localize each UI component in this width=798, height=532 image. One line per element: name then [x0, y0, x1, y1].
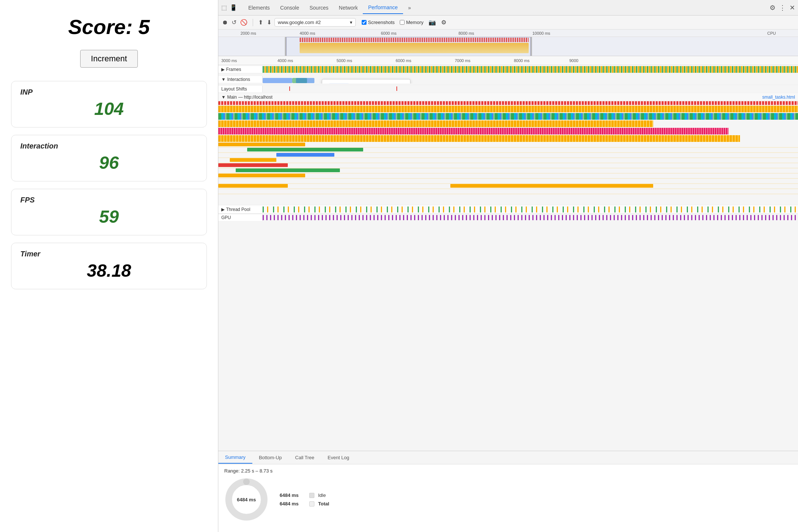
- donut-label: 6484 ms: [237, 497, 256, 502]
- tick-4000: 4000 ms: [277, 58, 293, 63]
- thread-pool-expand-icon[interactable]: ▶: [221, 207, 225, 212]
- screenshots-label: Screenshots: [368, 20, 395, 25]
- interaction-bar-3[interactable]: [296, 78, 314, 83]
- tab-call-tree[interactable]: Call Tree: [289, 452, 321, 463]
- tab-elements[interactable]: Elements: [243, 2, 275, 14]
- sparse-task-5: [218, 163, 288, 167]
- close-icon[interactable]: ✕: [790, 4, 795, 12]
- sparse-task-6: [236, 168, 340, 172]
- range-label: Range: 2.25 s – 8.73 s: [224, 468, 792, 474]
- bottom-panel: Summary Bottom-Up Call Tree Event Log Ra…: [218, 451, 798, 532]
- bottom-content: Range: 2.25 s – 8.73 s 6484 ms 6484 ms I…: [218, 464, 798, 532]
- tick-8000: 8000 ms: [514, 58, 529, 63]
- layout-shift-2: [396, 86, 397, 91]
- url-bar: www.google.com #2 ▾: [274, 18, 356, 27]
- summary-area: 6484 ms 6484 ms Idle 6484 ms Total: [224, 477, 792, 522]
- settings-icon[interactable]: ⚙: [770, 4, 775, 12]
- tab-event-log[interactable]: Event Log: [321, 452, 356, 463]
- tab-bottom-up[interactable]: Bottom-Up: [252, 452, 289, 463]
- idle-ms: 6484 ms: [280, 492, 306, 498]
- device-icon[interactable]: 📱: [230, 4, 237, 11]
- interactions-track-row: ▼ Interactions 68.10 ms Pointer: [218, 74, 798, 85]
- timer-label: Timer: [20, 250, 198, 258]
- legend-total: 6484 ms Total: [280, 501, 329, 507]
- memory-check[interactable]: [400, 20, 405, 25]
- interaction-tooltip: 68.10 ms Pointer Input delay 66ms Proces…: [322, 79, 410, 83]
- ruler-8000: 8000 ms: [458, 31, 474, 35]
- settings-gear-icon[interactable]: ⚙: [441, 19, 446, 26]
- download-icon[interactable]: ⬇: [267, 19, 272, 26]
- upload-icon[interactable]: ⬆: [258, 19, 263, 26]
- timer-value: 38.18: [20, 260, 198, 281]
- sparse-task-7: [218, 174, 305, 177]
- gpu-track: GPU: [218, 214, 798, 221]
- thread-pool-content: [263, 207, 798, 212]
- tick-7000: 7000 ms: [455, 58, 470, 63]
- separator: [253, 19, 253, 26]
- tab-sources[interactable]: Sources: [304, 2, 334, 14]
- toolbar-actions: ⚙ ⋮ ✕: [770, 4, 795, 12]
- donut-chart: 6484 ms: [224, 477, 269, 522]
- tooltip-title: 68.10 ms Pointer: [327, 83, 405, 83]
- interaction-bar-1[interactable]: [263, 78, 292, 83]
- frames-track-row: ▶ Frames: [218, 65, 798, 74]
- timeline-overview[interactable]: 2000 ms 4000 ms 6000 ms 8000 ms 10000 ms…: [218, 30, 798, 56]
- tab-summary[interactable]: Summary: [218, 451, 252, 464]
- inspect-icon[interactable]: ⬚: [221, 4, 227, 11]
- score-value: 5: [138, 15, 150, 38]
- tasks-row-1: [218, 106, 798, 112]
- sparse-task-1: [218, 143, 305, 146]
- main-url: — http://localhost: [238, 95, 273, 100]
- fps-value: 59: [20, 207, 198, 227]
- main-ruler: 3000 ms 4000 ms 5000 ms 6000 ms 7000 ms …: [218, 56, 798, 65]
- toolbar-checkboxes: Screenshots Memory 📷 ⚙: [362, 19, 446, 26]
- main-label: Main: [227, 95, 237, 100]
- sparse-task-4: [230, 158, 276, 162]
- idle-label: Idle: [318, 492, 326, 498]
- tab-console[interactable]: Console: [275, 2, 304, 14]
- devtools-toolbar: ⬚ 📱 Elements Console Sources Network Per…: [218, 0, 798, 16]
- tasks-row-2: [218, 113, 798, 120]
- timeline-tracks: ▶ Frames ▼ Interactions: [218, 65, 798, 451]
- selection-right-handle[interactable]: [531, 37, 532, 56]
- fps-card: FPS 59: [11, 189, 207, 235]
- ruler-10000: 10000 ms: [532, 31, 550, 35]
- capture-settings-icon[interactable]: 📷: [429, 19, 436, 26]
- interactions-expand-icon[interactable]: ▼: [221, 77, 226, 82]
- layout-shifts-label: Layout Shifts: [218, 86, 263, 92]
- url-text: www.google.com #2: [278, 20, 321, 25]
- memory-label: Memory: [406, 20, 423, 25]
- frames-expand-icon[interactable]: ▶: [221, 67, 225, 72]
- screenshots-checkbox[interactable]: Screenshots: [362, 20, 395, 25]
- interactions-content[interactable]: 68.10 ms Pointer Input delay 66ms Proces…: [263, 75, 798, 83]
- cpu-label: CPU: [767, 31, 776, 35]
- sparse-task-9: [450, 184, 653, 188]
- idle-swatch: [309, 493, 314, 498]
- refresh-record-icon[interactable]: ↺: [232, 19, 236, 26]
- tasks-bottom-rows: [218, 143, 798, 198]
- memory-checkbox[interactable]: Memory: [400, 20, 423, 25]
- more-icon[interactable]: ⋮: [779, 4, 786, 12]
- record-icon[interactable]: ⏺: [222, 19, 228, 26]
- tab-performance[interactable]: Performance: [363, 1, 403, 14]
- increment-button[interactable]: Increment: [80, 50, 138, 68]
- ruler-4000: 4000 ms: [300, 31, 315, 35]
- tab-network[interactable]: Network: [334, 2, 363, 14]
- main-thread-tasks[interactable]: [218, 101, 798, 205]
- interaction-value: 96: [20, 153, 198, 173]
- clear-icon[interactable]: 🚫: [240, 19, 248, 26]
- gpu-content: [263, 215, 798, 220]
- main-expand-icon[interactable]: ▼: [221, 95, 226, 100]
- ruler-2000: 2000 ms: [241, 31, 256, 35]
- selection-range[interactable]: [286, 37, 531, 56]
- sparse-task-2: [247, 148, 363, 151]
- devtools-tabs: ⬚ 📱 Elements Console Sources Network Per…: [221, 1, 768, 14]
- legend-idle: 6484 ms Idle: [280, 492, 329, 498]
- left-panel: Score: 5 Increment INP 104 Interaction 9…: [0, 0, 218, 532]
- screenshots-check[interactable]: [362, 20, 366, 25]
- frames-content[interactable]: [263, 65, 798, 74]
- layout-shifts-content[interactable]: [263, 85, 798, 93]
- tab-more[interactable]: »: [403, 2, 416, 14]
- fps-label: FPS: [20, 196, 198, 204]
- url-dropdown-icon[interactable]: ▾: [350, 20, 352, 25]
